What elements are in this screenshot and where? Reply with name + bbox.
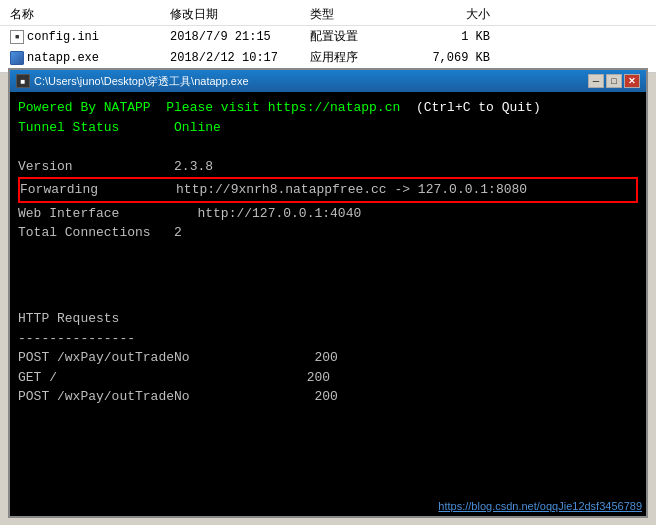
http-row-0: POST /wxPay/outTradeNo 200 — [18, 348, 638, 368]
exe-file-icon — [10, 51, 24, 65]
list-item[interactable]: natapp.exe 2018/2/12 10:17 应用程序 7,069 KB — [0, 47, 656, 68]
file-date-config: 2018/7/9 21:15 — [170, 30, 310, 44]
http-requests-section: HTTP Requests --------------- POST /wxPa… — [18, 309, 638, 407]
file-size-config: 1 KB — [410, 30, 490, 44]
powered-by-line: Powered By NATAPP Please visit https://n… — [18, 98, 638, 118]
maximize-button[interactable]: □ — [606, 74, 622, 88]
col-header-name: 名称 — [10, 6, 170, 23]
file-type-config: 配置设置 — [310, 28, 410, 45]
titlebar-buttons: ─ □ ✕ — [588, 74, 640, 88]
forwarding-line: Forwarding http://9xnrh8.natappfree.cc -… — [20, 180, 636, 200]
col-header-size: 大小 — [410, 6, 490, 23]
blank-line-3 — [18, 262, 638, 282]
forwarding-value: http://9xnrh8.natappfree.cc -> 127.0.0.1… — [176, 180, 527, 200]
terminal-window: ■ C:\Users\juno\Desktop\穿透工具\natapp.exe … — [8, 68, 648, 518]
tunnel-status-line: Tunnel Status Online — [18, 118, 638, 138]
powered-by-label: Powered By NATAPP — [18, 98, 151, 118]
http-row-2: POST /wxPay/outTradeNo 200 — [18, 387, 638, 407]
file-explorer-header: 名称 修改日期 类型 大小 — [0, 4, 656, 26]
terminal-body: Powered By NATAPP Please visit https://n… — [10, 92, 646, 516]
blank-line-2 — [18, 243, 638, 263]
http-divider: --------------- — [18, 329, 638, 349]
file-date-natapp: 2018/2/12 10:17 — [170, 51, 310, 65]
titlebar-left: ■ C:\Users\juno\Desktop\穿透工具\natapp.exe — [16, 74, 249, 89]
please-visit-text: Please visit https://natapp.cn — [166, 98, 400, 118]
tunnel-status-value: Online — [174, 118, 221, 138]
terminal-title-text: C:\Users\juno\Desktop\穿透工具\natapp.exe — [34, 74, 249, 89]
file-size-natapp: 7,069 KB — [410, 51, 490, 65]
blank-line-4 — [18, 282, 638, 302]
total-connections-value: 2 — [174, 223, 182, 243]
version-value: 2.3.8 — [174, 157, 213, 177]
web-interface-line: Web Interface http://127.0.0.1:4040 — [18, 204, 638, 224]
version-line: Version 2.3.8 — [18, 157, 638, 177]
ini-file-icon: ■ — [10, 30, 24, 44]
terminal-titlebar: ■ C:\Users\juno\Desktop\穿透工具\natapp.exe … — [10, 70, 646, 92]
list-item[interactable]: ■ config.ini 2018/7/9 21:15 配置设置 1 KB — [0, 26, 656, 47]
quit-hint: (Ctrl+C to Quit) — [416, 98, 541, 118]
forwarding-row: Forwarding http://9xnrh8.natappfree.cc -… — [18, 177, 638, 203]
minimize-button[interactable]: ─ — [588, 74, 604, 88]
tunnel-status-label: Tunnel Status — [18, 118, 119, 138]
col-header-type: 类型 — [310, 6, 410, 23]
blank-line-1 — [18, 137, 638, 157]
close-button[interactable]: ✕ — [624, 74, 640, 88]
version-label: Version — [18, 157, 73, 177]
file-explorer: 名称 修改日期 类型 大小 ■ config.ini 2018/7/9 21:1… — [0, 0, 656, 73]
http-requests-header: HTTP Requests — [18, 309, 638, 329]
http-row-1: GET / 200 — [18, 368, 638, 388]
file-name-natapp: natapp.exe — [10, 51, 170, 65]
web-interface-value: http://127.0.0.1:4040 — [197, 204, 361, 224]
total-connections-line: Total Connections 2 — [18, 223, 638, 243]
total-connections-label: Total Connections — [18, 223, 151, 243]
forwarding-label: Forwarding — [20, 180, 98, 200]
web-interface-label: Web Interface — [18, 204, 119, 224]
terminal-title-icon: ■ — [16, 74, 30, 88]
watermark: https://blog.csdn.net/oqqJie12dsf3456789 — [438, 498, 642, 515]
col-header-date: 修改日期 — [170, 6, 310, 23]
file-type-natapp: 应用程序 — [310, 49, 410, 66]
file-name-config: ■ config.ini — [10, 30, 170, 44]
